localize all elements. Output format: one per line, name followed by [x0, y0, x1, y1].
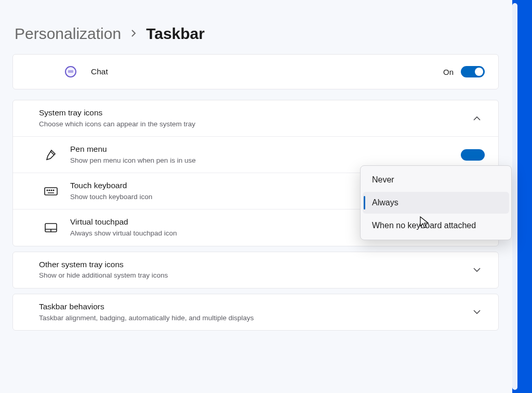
svg-point-1 — [47, 190, 48, 191]
chevron-down-icon — [469, 265, 485, 274]
dropdown-option-when-no-keyboard[interactable]: When no keyboard attached — [361, 215, 511, 237]
other-tray-desc: Show or hide additional system tray icon… — [39, 271, 469, 280]
chevron-up-icon — [469, 114, 485, 123]
chevron-right-icon — [130, 29, 137, 40]
touch-keyboard-dropdown: Never Always When no keyboard attached — [360, 165, 512, 240]
touchpad-icon — [44, 222, 70, 233]
system-tray-title: System tray icons — [39, 108, 469, 119]
dropdown-option-never[interactable]: Never — [361, 169, 511, 191]
system-tray-desc: Choose which icons can appear in the sys… — [39, 120, 469, 129]
breadcrumb-parent[interactable]: Personalization — [15, 25, 121, 43]
behaviors-desc: Taskbar alignment, badging, automaticall… — [39, 313, 469, 323]
chat-title: Chat — [91, 67, 443, 77]
svg-point-4 — [53, 190, 54, 191]
card-taskbar-behaviors[interactable]: Taskbar behaviors Taskbar alignment, bad… — [12, 294, 499, 331]
chat-state-label: On — [443, 68, 454, 76]
pen-title: Pen menu — [70, 144, 461, 155]
svg-rect-0 — [45, 188, 57, 195]
system-tray-header[interactable]: System tray icons Choose which icons can… — [13, 100, 498, 136]
chevron-down-icon — [469, 307, 485, 317]
keyboard-icon — [44, 186, 70, 197]
behaviors-title: Taskbar behaviors — [39, 302, 469, 312]
breadcrumb: Personalization Taskbar — [12, 25, 499, 43]
dropdown-option-always[interactable]: Always — [363, 192, 509, 214]
svg-point-3 — [51, 190, 52, 191]
pen-toggle[interactable] — [461, 149, 485, 161]
mouse-cursor-icon — [420, 216, 429, 231]
card-other-tray[interactable]: Other system tray icons Show or hide add… — [12, 252, 499, 289]
pen-icon — [44, 149, 70, 161]
other-tray-title: Other system tray icons — [39, 259, 469, 270]
card-chat: Chat On — [12, 54, 499, 89]
breadcrumb-current: Taskbar — [146, 25, 205, 43]
chat-icon — [65, 66, 91, 77]
chat-toggle[interactable] — [461, 66, 485, 77]
svg-point-2 — [49, 190, 50, 191]
window-edge — [512, 0, 532, 393]
setting-row-chat: Chat On — [13, 55, 498, 89]
pen-desc: Show pen menu icon when pen is in use — [70, 156, 461, 165]
